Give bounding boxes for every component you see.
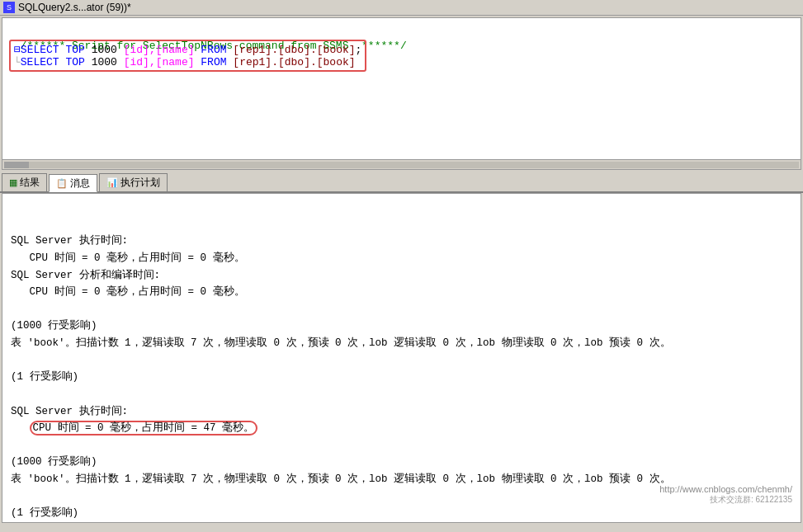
highlight-cpu-1: CPU 时间 = 0 毫秒，占用时间 = 47 毫秒。 xyxy=(30,421,258,435)
sql-line-1: ⊟SELECT TOP 1000 [id],[name] FROM [rep1]… xyxy=(14,43,361,56)
tab-execplan-label: 执行计划 xyxy=(120,176,160,190)
tab-messages-label: 消息 xyxy=(70,177,90,191)
title-bar: S SQLQuery2.s...ator (59))* xyxy=(0,0,803,16)
results-panel: SQL Server 执行时间: CPU 时间 = 0 毫秒，占用时间 = 0 … xyxy=(2,193,801,523)
plan-icon: 📊 xyxy=(106,177,118,188)
sql-line-2: └SELECT TOP 1000 [id],[name] FROM [rep1]… xyxy=(14,56,361,68)
watermark: http://www.cnblogs.com/chenmh/ 技术交流群: 62… xyxy=(659,484,792,506)
tab-execplan[interactable]: 📊 执行计划 xyxy=(99,173,168,191)
watermark-sub: 技术交流群: 62122135 xyxy=(659,494,792,506)
window-title: SQLQuery2.s...ator (59))* xyxy=(18,2,131,13)
analyze-time-header-1: SQL Server 分析和编译时间: CPU 时间 = 0 毫秒，占用时间 =… xyxy=(11,270,245,299)
title-icon: S xyxy=(3,2,15,13)
table-scan-2: 表 'book'。扫描计数 1，逻辑读取 7 次，物理读取 0 次，预读 0 次… xyxy=(11,473,671,485)
rows-affected-1: (1000 行受影响) xyxy=(11,320,97,332)
tab-results[interactable]: ▦ 结果 xyxy=(2,173,47,191)
rows-affected-2: (1 行受影响) xyxy=(11,371,78,383)
scrollbar-thumb[interactable] xyxy=(4,162,29,168)
code-editor[interactable]: /****** Script for SelectTopNRows comman… xyxy=(2,17,801,170)
table-scan-1: 表 'book'。扫描计数 1，逻辑读取 7 次，物理读取 0 次，预读 0 次… xyxy=(11,337,671,349)
scrollbar-track xyxy=(4,162,799,168)
tab-results-label: 结果 xyxy=(20,176,40,190)
rows-affected-3: (1000 行受影响) xyxy=(11,456,97,468)
tab-bar: ▦ 结果 📋 消息 📊 执行计划 xyxy=(0,172,803,193)
exec-time-header-1: SQL Server 执行时间: CPU 时间 = 0 毫秒，占用时间 = 0 … xyxy=(11,235,245,264)
sql-highlight-box: ⊟SELECT TOP 1000 [id],[name] FROM [rep1]… xyxy=(9,40,366,72)
grid-icon: ▦ xyxy=(9,177,17,188)
rows-affected-4: (1 行受影响) xyxy=(11,507,78,519)
tab-messages[interactable]: 📋 消息 xyxy=(49,174,97,192)
editor-scrollbar[interactable] xyxy=(2,159,801,169)
result-content: SQL Server 执行时间: CPU 时间 = 0 毫秒，占用时间 = 0 … xyxy=(11,199,792,523)
message-icon: 📋 xyxy=(56,178,68,189)
watermark-url: http://www.cnblogs.com/chenmh/ xyxy=(659,484,792,494)
